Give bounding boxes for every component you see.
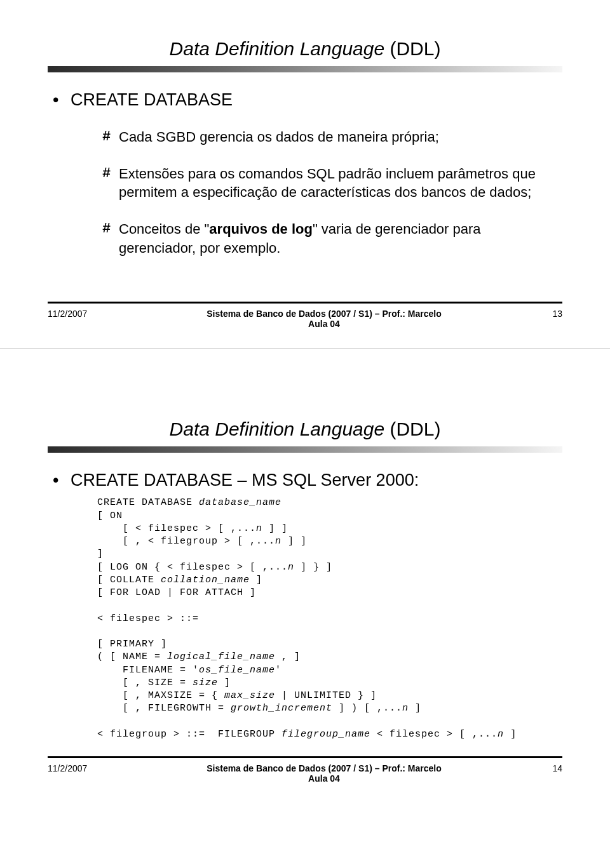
code-token: [ , MAXSIZE = {	[97, 690, 224, 701]
code-token: [ , SIZE =	[97, 678, 193, 688]
code-token: < filespec > [ ,...	[370, 729, 498, 740]
code-ital: max_size	[224, 690, 275, 701]
code-token: ]	[250, 575, 262, 585]
code-token: FILENAME = '	[97, 665, 199, 676]
sub-bullet-3: Conceitos de "arquivos de log" varia de …	[102, 220, 557, 257]
code-ital: n	[256, 523, 262, 534]
code-ital: n	[402, 703, 409, 714]
footer-center: Sistema de Banco de Dados (2007 / S1) – …	[124, 309, 524, 329]
slide-footer: 11/2/2007 Sistema de Banco de Dados (200…	[48, 756, 562, 784]
slide-content: CREATE DATABASE Cada SGBD gerencia os da…	[48, 90, 562, 257]
title-rest-part: (DDL)	[384, 418, 440, 439]
code-token: ( [ NAME =	[97, 651, 167, 662]
code-token: ]	[409, 703, 421, 714]
footer-center-l2: Aula 04	[308, 773, 340, 784]
slide-title: Data Definition Language (DDL)	[48, 38, 562, 60]
code-token: '	[275, 665, 281, 676]
slide-content: CREATE DATABASE – MS SQL Server 2000: CR…	[48, 471, 562, 741]
footer-date: 11/2/2007	[48, 309, 124, 319]
footer-center-l1: Sistema de Banco de Dados (2007 / S1) – …	[207, 763, 442, 773]
sql-syntax-block: CREATE DATABASE database_name [ ON [ < f…	[97, 497, 557, 741]
title-rest-part: (DDL)	[384, 38, 440, 59]
code-token: ] ]	[262, 523, 288, 534]
sub-bullet-2: Extensões para os comandos SQL padrão in…	[102, 164, 557, 202]
code-token: [ < filespec > [ ,...	[97, 523, 256, 534]
footer-center-l2: Aula 04	[308, 319, 340, 329]
code-ital: growth_increment	[231, 703, 332, 714]
sub3-pre: Conceitos de "	[119, 221, 209, 237]
title-underline-bar	[48, 66, 562, 72]
code-ital: n	[275, 536, 281, 547]
code-ital: filegroup_name	[281, 729, 370, 740]
code-ital: collation_name	[161, 575, 250, 585]
code-token: ] ]	[281, 536, 307, 547]
code-ital: os_file_name	[199, 665, 275, 676]
code-token: [ ON	[97, 511, 123, 521]
code-ital: size	[193, 678, 218, 688]
code-token: CREATE DATABASE	[97, 497, 199, 508]
code-ital: n	[288, 562, 294, 573]
code-token: | UNLIMITED } ]	[275, 690, 377, 701]
code-token: ] } ]	[294, 562, 332, 573]
code-token: ]	[504, 729, 517, 740]
slide-13: Data Definition Language (DDL) CREATE DA…	[0, 0, 610, 348]
title-italic-part: Data Definition Language	[170, 38, 385, 59]
sub3-bold: arquivos de log	[209, 221, 313, 237]
title-underline-bar	[48, 446, 562, 453]
code-token: [ , < filegroup > [ ,...	[97, 536, 275, 547]
code-ital: n	[498, 729, 504, 740]
slide-footer: 11/2/2007 Sistema de Banco de Dados (200…	[48, 302, 562, 329]
code-ital: database_name	[199, 497, 281, 508]
footer-date: 11/2/2007	[48, 763, 124, 773]
code-token: [ COLLATE	[97, 575, 161, 585]
bullet-create-database: CREATE DATABASE	[53, 90, 557, 110]
sub-bullet-1: Cada SGBD gerencia os dados de maneira p…	[102, 128, 557, 147]
code-token: ]	[97, 549, 104, 559]
code-token: [ FOR LOAD | FOR ATTACH ]	[97, 587, 256, 598]
footer-center-l1: Sistema de Banco de Dados (2007 / S1) – …	[207, 309, 442, 319]
footer-page-num: 14	[524, 763, 562, 773]
code-token: < filegroup > ::= FILEGROUP	[97, 729, 281, 740]
code-token: ] ) [ ,...	[332, 703, 402, 714]
footer-page-num: 13	[524, 309, 562, 319]
slide-14: Data Definition Language (DDL) CREATE DA…	[0, 349, 610, 803]
title-italic-part: Data Definition Language	[170, 418, 385, 439]
slide-title: Data Definition Language (DDL)	[48, 418, 562, 440]
code-token: [ LOG ON { < filespec > [ ,...	[97, 562, 288, 573]
code-token: ]	[218, 678, 231, 688]
bullet-create-database-mssql: CREATE DATABASE – MS SQL Server 2000:	[53, 471, 557, 490]
code-token: [ , FILEGROWTH =	[97, 703, 231, 714]
code-token: [ PRIMARY ]	[97, 639, 167, 650]
code-ital: logical_file_name	[167, 651, 275, 662]
code-token: < filespec > ::=	[97, 613, 199, 624]
code-token: , ]	[275, 651, 301, 662]
footer-center: Sistema de Banco de Dados (2007 / S1) – …	[124, 763, 524, 784]
